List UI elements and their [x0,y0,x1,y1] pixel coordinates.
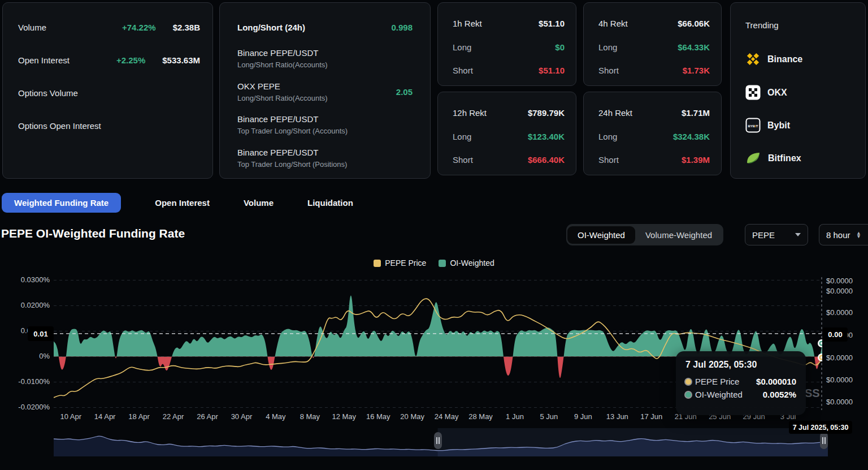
x-axis-tick: 1 Jun [506,412,524,421]
trending-item-bybit[interactable]: BYBIT Bybit [745,118,790,133]
x-axis-tick: 12 May [332,412,356,421]
x-axis-tick: 30 Apr [231,412,253,421]
navigator-left-handle[interactable] [434,432,442,449]
tooltip-series-name: OI-Weighted [695,390,743,399]
rekt-title: 1h Rekt [453,19,482,28]
bybit-icon: BYBIT [745,118,761,133]
x-axis-tick: 18 Apr [128,412,150,421]
trending-name: Bitfinex [768,153,801,163]
teal-dot-icon [685,392,691,398]
rekt-long-value: $324.38K [673,132,710,141]
stat-row[interactable]: Volume +74.22% $2.38B [18,20,200,34]
x-axis-tick: 10 Apr [60,412,81,421]
x-axis-tick: 5 Jun [540,412,558,421]
x-axis-tick: 28 May [468,412,493,421]
stat-label: Volume [18,23,46,32]
tab-volume[interactable]: Volume [244,198,274,208]
rekt-short-value: $51.10 [539,66,565,75]
stat-change: +2.25% [116,55,145,65]
okx-icon [745,85,761,100]
legend-label: OI-Weighted [450,258,494,268]
weighting-toggle: OI-Weighted Volume-Weighted [566,224,723,245]
price-axis-tick: $0.0000 [826,287,853,295]
x-axis-tick: 24 May [435,412,459,421]
crosshair-time-badge: 7 Jul 2025, 05:30 [789,421,852,434]
ratio-header-row[interactable]: Long/Short (24h) 0.998 [237,20,413,34]
tab-liquidation[interactable]: Liquidation [307,198,353,208]
rekt-short-label: Short [598,66,619,75]
long-short-ratio-card: Long/Short (24h) 0.998 Binance PEPE/USDT… [219,2,431,179]
rekt-card-1h: 1h Rekt $51.10 Long $0 Short $51.10 [437,2,576,86]
tooltip-row-price: PEPE Price $0.000010 [685,377,796,386]
stat-row[interactable]: Options Volume [18,86,200,100]
legend-swatch-green [439,260,446,267]
x-axis-tick: 9 Jun [574,412,592,421]
x-axis-tick: 22 Apr [163,412,184,421]
rekt-card-4h: 4h Rekt $66.06K Long $64.33K Short $1.73… [583,2,722,86]
ratio-sub: Long/Short Ratio(Accounts) [237,61,328,69]
y-axis-tick: 0.0200% [1,301,50,309]
chart-tooltip: 7 Jul 2025, 05:30 PEPE Price $0.000010 O… [676,351,806,415]
bitfinex-icon [745,150,761,166]
price-axis-tick: $0.0000 [826,398,853,406]
toggle-volume-weighted[interactable]: Volume-Weighted [635,226,722,244]
chart-tab-bar: Weighted Funding Rate Open Interest Volu… [2,193,353,213]
watermark: SS [805,387,820,400]
coin-select[interactable]: PEPE [745,224,808,245]
x-axis-tick: 17 Jun [640,412,662,421]
interval-select[interactable]: 8 hour ▲▼ [819,224,868,245]
legend-swatch-yellow [374,260,381,267]
ratio-row[interactable]: Binance PEPE/USDT Top Trader Long/Short … [237,114,413,135]
rekt-long-label: Long [453,132,471,141]
ratio-sub: Top Trader Long/Short (Accounts) [237,127,348,135]
trending-item-bitfinex[interactable]: Bitfinex [745,150,801,166]
stat-row[interactable]: Open Interest +2.25% $533.63M [18,53,200,67]
ratio-row[interactable]: Binance PEPE/USDT Top Trader Long/Short … [237,148,413,169]
ratio-header-value: 0.998 [391,23,413,32]
rekt-short-value: $666.40K [528,155,565,165]
ratio-sub: Top Trader Long/Short (Positions) [237,160,347,169]
rekt-card-12h: 12h Rekt $789.79K Long $123.40K Short $6… [437,92,576,175]
rekt-short-value: $1.39M [682,155,710,165]
coin-select-value: PEPE [752,230,775,240]
legend-pepe-price[interactable]: PEPE Price [374,258,426,268]
ratio-title: Binance PEPE/USDT [237,148,347,157]
trending-item-binance[interactable]: Binance [745,51,802,67]
tab-weighted-funding-rate[interactable]: Weighted Funding Rate [2,193,121,213]
navigator-right-handle[interactable] [820,432,828,449]
interval-select-value: 8 hour [826,230,850,240]
stat-change: +74.22% [122,23,156,32]
x-axis-tick: 26 Apr [197,412,218,421]
legend-oi-weighted[interactable]: OI-Weighted [439,258,494,268]
market-stats-card: Volume +74.22% $2.38B Open Interest +2.2… [2,2,213,179]
tab-open-interest[interactable]: Open Interest [155,198,210,208]
rekt-short-label: Short [453,66,473,75]
rekt-short-value: $1.73K [683,66,710,75]
ratio-row[interactable]: Binance PEPE/USDT Long/Short Ratio(Accou… [237,48,413,69]
ratio-header-label: Long/Short (24h) [237,23,305,32]
stat-row[interactable]: Options Open Interest [18,119,200,132]
toggle-oi-weighted[interactable]: OI-Weighted [567,226,635,244]
ratio-value: 2.05 [396,87,413,97]
trending-item-okx[interactable]: OKX [745,85,787,100]
x-axis-tick: 8 May [300,412,320,421]
chart-title: PEPE OI-Weighted Funding Rate [1,227,185,240]
rekt-short-label: Short [598,155,619,165]
stat-value: $2.38B [173,23,200,32]
y-axis-tick: 0.0300% [1,275,50,284]
rekt-long-label: Long [598,42,617,52]
trending-name: Binance [767,54,802,64]
right-axis-crosshair-badge: 0.00 [823,327,848,342]
svg-text:BYBIT: BYBIT [748,124,758,128]
rekt-total: $66.06K [678,19,710,28]
stat-label: Options Volume [18,88,78,98]
ratio-row[interactable]: OKX PEPE Long/Short Ratio(Accounts) 2.05 [237,81,413,102]
price-axis-tick: $0.0000 [826,376,853,384]
left-axis-crosshair-badge: 0.01 [28,326,54,341]
tooltip-row-funding: OI-Weighted 0.0052% [685,390,796,399]
chevron-down-icon [795,233,801,236]
stepper-up-down-icon: ▲▼ [856,231,861,238]
tooltip-series-value: $0.000010 [756,377,796,386]
price-axis-tick: $0.0000 [826,353,853,362]
ratio-title: Binance PEPE/USDT [237,114,348,124]
